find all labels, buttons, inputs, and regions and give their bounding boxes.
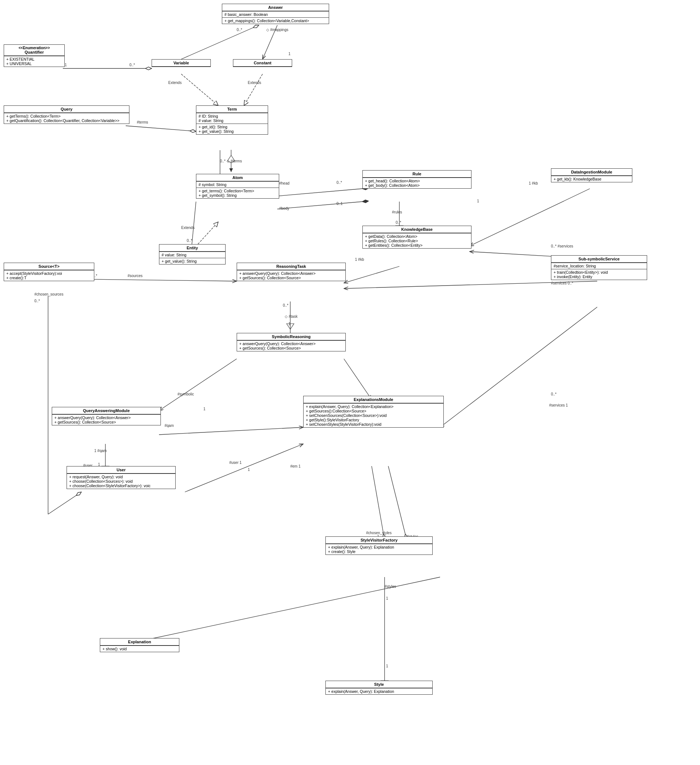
class-svf: StyleVisitorFactory + explain(Answer, Qu… <box>326 537 433 555</box>
label-task: ◇ #task <box>285 315 298 318</box>
class-term-attrs: # ID: String# value: String <box>197 113 268 124</box>
label-user: #user 1 <box>229 461 241 464</box>
label-0star-services3: 0..* <box>551 392 557 396</box>
class-entity-methods: + get_value(): String <box>159 258 225 264</box>
class-atom-attrs: # symbol: String <box>197 181 279 187</box>
label-extends-entity: Extends <box>181 226 195 230</box>
label-0star-task: 0..* <box>283 303 288 307</box>
class-atom-methods: + get_terms(): Collection<Term>+ get_sym… <box>197 187 279 198</box>
class-explanations-module: ExplanationsModule + explain(Answer, Que… <box>303 396 444 428</box>
label-styles2: #styles <box>385 584 396 589</box>
class-svf-methods: + explain(Answer, Query): Explanation + … <box>326 544 432 554</box>
label-symbolic: #symbolic <box>178 392 194 396</box>
class-source-t: Source<T> + accept(StyleVisitorFactory):… <box>4 263 94 281</box>
svg-line-35 <box>388 466 407 540</box>
label-rules: #rules <box>392 210 402 214</box>
class-reasoning-task: ReasoningTask + answerQuery(Query): Coll… <box>237 263 346 281</box>
class-svf-name: StyleVisitorFactory <box>326 537 432 544</box>
class-variable: Variable <box>152 59 211 67</box>
class-sub-symbolic-service: Sub-symbolicService #service_location: S… <box>551 255 647 280</box>
label-services: 0..* #services <box>551 244 573 248</box>
class-entity: Entity # value: String + get_value(): St… <box>159 244 226 264</box>
label-qam: #qam <box>165 423 174 428</box>
svg-marker-12 <box>229 168 233 172</box>
class-rule: Rule + get_head(): Collection<Atom>+ get… <box>362 170 472 189</box>
class-query-methods: + getTerms(): Collection<Term>+ getQuant… <box>4 113 129 124</box>
class-entity-attrs: # value: String <box>159 252 225 258</box>
label-0star-quantifier: 0..* <box>129 63 135 67</box>
class-quantifier: <<Enumeration>> Quantifier + EXISTENTIAL… <box>4 44 65 67</box>
label-1-quantifier: 1 <box>65 63 67 67</box>
label-terms: #terms <box>137 120 148 124</box>
svg-line-15 <box>277 189 362 196</box>
class-reasoning-task-methods: + answerQuery(Query): Collection<Answer>… <box>237 270 345 281</box>
diagram-container: 0..* ◇ #mappings 1 Extends Extends 1 0..… <box>0 0 700 765</box>
class-data-ingestion-methods: + get_kb(): KnowledgeBase <box>551 176 632 182</box>
class-sss-attrs: #service_location: String <box>551 263 647 269</box>
class-explanation-methods: + show(): void <box>100 645 179 652</box>
class-qam-methods: + answerQuery(Query): Collection<Answer>… <box>52 414 160 425</box>
label-1-kb: 1 <box>477 199 479 203</box>
class-variable-name: Variable <box>152 60 211 66</box>
class-atom: Atom # symbol: String + get_terms(): Col… <box>196 174 279 198</box>
svg-line-41 <box>48 492 81 514</box>
label-services3: #services 1 <box>549 403 568 407</box>
svg-line-29 <box>344 359 372 400</box>
class-rule-name: Rule <box>363 170 471 178</box>
class-constant: Constant <box>233 59 292 67</box>
svg-line-22 <box>344 266 400 283</box>
class-query-name: Query <box>4 106 129 113</box>
label-head: #head <box>279 181 289 185</box>
svg-line-19 <box>470 189 590 246</box>
class-symbolic-reasoning: SymbolicReasoning + answerQuery(Query): … <box>237 333 346 351</box>
class-query: Query + getTerms(): Collection<Term>+ ge… <box>4 105 129 124</box>
svg-line-8 <box>244 74 263 105</box>
class-rule-methods: + get_head(): Collection<Atom>+ get_body… <box>363 178 471 188</box>
svg-line-23 <box>93 279 237 281</box>
label-services2: #services 0..* <box>551 281 573 285</box>
label-1-symbolic: 1 <box>203 407 206 411</box>
class-source-t-methods: + accept(StyleVisitorFactory):voi+ creat… <box>4 270 94 281</box>
class-entity-name: Entity <box>159 244 225 252</box>
label-extends-constant: Extends <box>248 81 261 85</box>
class-explanation: Explanation + show(): void <box>100 638 179 652</box>
label-mappings: ◇ #mappings <box>266 28 288 32</box>
class-em-methods: + explain(Answer, Query): Collection<Exp… <box>304 403 444 427</box>
class-source-t-name: Source<T> <box>4 263 94 270</box>
label-1-user: 1 <box>248 468 250 472</box>
svg-line-10 <box>126 126 196 131</box>
svg-line-34 <box>372 466 385 540</box>
class-user: User + request(Answer, Query): void + ch… <box>66 466 176 489</box>
class-answer-attrs: # basic_answer: Boolean <box>222 11 329 17</box>
class-explanation-name: Explanation <box>100 639 179 645</box>
svg-line-36 <box>440 307 597 427</box>
class-data-ingestion-name: DataIngestionModule <box>551 169 632 176</box>
class-quantifier-name: <<Enumeration>> Quantifier <box>4 45 64 56</box>
label-1-svf2: 1 <box>386 596 388 600</box>
class-qam: QueryAnsweringModule + answerQuery(Query… <box>52 407 161 425</box>
label-1-task: 1 <box>288 322 291 326</box>
label-0-1-rule: 0..1 <box>337 201 343 206</box>
class-sr-name: SymbolicReasoning <box>237 333 345 340</box>
svg-line-28 <box>159 359 237 411</box>
label-extends-variable: Extends <box>168 81 182 85</box>
class-data-ingestion: DataIngestionModule + get_kb(): Knowledg… <box>551 168 632 183</box>
class-quantifier-values: + EXISTENTIAL+ UNIVERSAL <box>4 56 64 66</box>
class-answer-name: Answer <box>222 4 329 11</box>
label-1-qam2: 1 #qam <box>94 449 107 453</box>
label-1-style: 1 <box>386 664 388 668</box>
class-style-methods: + explain(Answer, Query): Explanation <box>326 688 432 694</box>
class-kb-methods: + getData(): Collection<Atom>+ getRules(… <box>363 233 471 248</box>
class-qam-name: QueryAnsweringModule <box>52 407 160 414</box>
svg-line-7 <box>181 74 218 105</box>
class-reasoning-task-name: ReasoningTask <box>237 263 345 270</box>
class-user-methods: + request(Answer, Query): void + choose(… <box>67 474 175 489</box>
label-body: #body <box>279 206 289 211</box>
class-term: Term # ID: String# value: String + get_i… <box>196 105 268 135</box>
label-sources: #sources <box>127 274 143 278</box>
class-em-name: ExplanationsModule <box>304 396 444 403</box>
class-user-name: User <box>67 466 175 474</box>
class-sss-methods: + train(Colledtion<Entity>): void+ invok… <box>551 269 647 280</box>
class-constant-name: Constant <box>233 60 292 66</box>
label-1-kb2: 1 #kb <box>529 181 538 185</box>
